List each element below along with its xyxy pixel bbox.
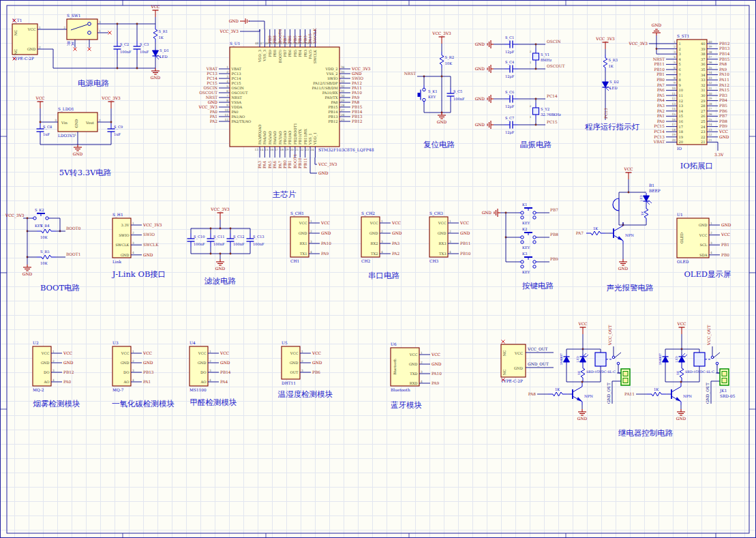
power-flag-VCC_3V3[interactable]: VCC_3V3 <box>210 207 230 220</box>
contact[interactable] <box>716 362 719 365</box>
power-flag-VCC[interactable]: VCC <box>35 96 45 108</box>
dht11-module[interactable]: U5DHT111VCCVCC2GNDGND3OUTPB6 <box>282 341 322 385</box>
relay-terminal-2[interactable] <box>716 369 729 385</box>
cap-c4[interactable]: S_C412pF <box>504 60 518 79</box>
ground-symbol[interactable]: GND <box>475 40 494 48</box>
pin-number: 1 <box>710 222 712 225</box>
relay-coil-1[interactable] <box>595 353 606 366</box>
ic-subtitle: 开关 <box>67 42 75 46</box>
buzzer[interactable] <box>613 198 619 211</box>
power-flag-VCC[interactable]: VCC <box>676 322 686 334</box>
alarm-led[interactable]: LED <box>639 193 652 205</box>
cap-c1[interactable]: S_C112pF <box>504 35 518 55</box>
relay-led-1[interactable]: LED <box>576 353 588 365</box>
cap-c3[interactable]: S_C310uF <box>134 41 149 55</box>
junction <box>110 121 112 123</box>
schematic-canvas[interactable]: S_T1TYPE-C-2PNCNC1VCC2GNDS_SW1开关231VCCS_… <box>0 0 756 538</box>
relay-base-res-1[interactable]: 1K <box>548 387 567 396</box>
alarm-base-res[interactable]: 1K <box>586 226 605 235</box>
ground-symbol[interactable]: GND <box>676 409 686 421</box>
cap-c13[interactable]: S_C13100nF <box>247 233 265 247</box>
ground-symbol[interactable]: GND <box>475 65 494 73</box>
power-switch[interactable]: S_SW1开关231 <box>56 14 108 46</box>
net-label: PA9 <box>321 252 329 256</box>
ground-symbol[interactable]: GND <box>215 259 226 271</box>
cap-c12[interactable]: S_C12100nF <box>227 233 245 247</box>
relay-transistor-1[interactable]: NPN <box>569 383 593 405</box>
flyback-diode-1[interactable]: 1N4007 <box>560 353 570 365</box>
led-d2[interactable]: S_D2LED <box>603 79 619 91</box>
relay-transistor-2[interactable]: NPN <box>667 383 692 405</box>
ic-inner-label: NC <box>502 370 506 376</box>
jlink-ob-header[interactable]: S_H1Link13.3VVCC_3V32SWIOSWIO3SWCLKSWCLK… <box>112 213 162 264</box>
ground-symbol[interactable]: GND <box>482 209 500 217</box>
block-title: 程序运行指示灯 <box>585 122 640 132</box>
wire <box>649 200 652 203</box>
serial-ch3[interactable]: S_CH3CH31VCCVCC2GNDGND3RX3PB114TX3PB10 <box>429 211 471 263</box>
ms1100-module[interactable]: U4MS11001VCCVCC2GNDGND3DOPB144AOPA4 <box>190 341 231 392</box>
resistor-r3[interactable]: S_R31K <box>603 55 618 71</box>
ground-symbol[interactable]: GND <box>437 113 447 124</box>
cap-c5[interactable]: S_C5100nF <box>447 88 466 102</box>
ground-symbol[interactable]: GND <box>577 409 588 421</box>
ic-ref: U2 <box>33 341 39 345</box>
power-flag-VCC[interactable]: VCC <box>150 5 160 17</box>
power-flag-VCC_3V3[interactable]: VCC_3V3 <box>595 37 615 49</box>
led-d1[interactable]: S_D1LED <box>153 48 169 59</box>
ldo-3v3[interactable]: S_LDO1LDO3V3GNDVinVout321 <box>47 107 108 143</box>
relay-base-res-2[interactable]: 1K <box>647 387 666 396</box>
io-expansion-header[interactable]: S_ST1IO11223344NRST55PB1166PB1077PB188PB… <box>653 34 730 151</box>
relay-coil-2[interactable] <box>694 353 705 366</box>
mq2-module[interactable]: U2MQ-21VCCVCC2GNDGND3DOPB124AOPA0 <box>33 341 74 392</box>
ground-symbol[interactable]: GND <box>73 145 83 156</box>
power-flag-VCC[interactable]: VCC <box>577 322 588 334</box>
cap-c2[interactable]: S_C2100nF <box>114 41 132 55</box>
wire <box>577 398 582 402</box>
ground-symbol[interactable]: GND <box>151 68 161 80</box>
power-flag-VCC_3V3[interactable]: VCC_3V3 <box>432 31 451 44</box>
key-k1[interactable]: K1KEY <box>519 203 538 225</box>
ground-symbol[interactable]: GND <box>475 95 494 103</box>
relay-led-2[interactable]: LED <box>675 353 687 365</box>
cap-c9[interactable]: S_C91uF <box>108 123 123 137</box>
power-flag-VCC[interactable]: VCC <box>623 167 633 179</box>
pin-number: 3 <box>674 50 676 54</box>
oled-module[interactable]: U1OLEDOLED1GNDGND2VCCVCC3SCLPB14SDAPB0 <box>677 213 731 264</box>
serial-ch1[interactable]: S_CH1CH11VCCVCC2GNDGND3RX1PA104TX1PA9 <box>290 211 331 263</box>
relay-led-res-1[interactable]: 1K <box>577 365 586 381</box>
usb-power-connector[interactable]: S_T1TYPE-C-2PNCNC1VCC2GND <box>12 18 48 61</box>
resistor-r5[interactable]: S_R510K <box>37 250 56 265</box>
relay-led-res-2[interactable]: 1K <box>676 365 684 381</box>
alarm-transistor[interactable]: NPN <box>609 222 634 244</box>
resistor-r2[interactable]: S_R210K <box>440 52 454 68</box>
cap-c8[interactable]: S_C81uF <box>37 123 52 137</box>
ground-symbol[interactable]: GND <box>618 259 629 271</box>
key-k2[interactable]: K2KEY <box>519 227 538 250</box>
crystal-y2[interactable]: 21S_Y232.768KHz <box>530 103 561 119</box>
cap-c10[interactable]: S_C10100nF <box>187 233 206 247</box>
serial-ch2[interactable]: S_CH2CH21VCCVCC2GNDGND3RX2PA34TX2PA2 <box>361 211 402 263</box>
power-switch-body[interactable] <box>67 19 97 40</box>
ground-symbol[interactable]: GND <box>652 23 662 35</box>
power-flag-VCC_3V3[interactable]: VCC_3V3 <box>101 96 121 108</box>
cap-c11[interactable]: S_C11100nF <box>207 233 226 247</box>
key-k3[interactable]: K3KEY <box>519 252 538 274</box>
cap-c7[interactable]: S_C712pF <box>504 116 518 135</box>
ground-symbol[interactable]: GND <box>475 121 494 129</box>
flyback-diode-2[interactable]: 1N4007 <box>659 353 669 365</box>
pin-number: 48 <box>255 42 259 45</box>
contact[interactable] <box>617 362 620 365</box>
cap-c6[interactable]: S_C612pF <box>504 90 518 109</box>
mq7-module[interactable]: U3MQ-71VCCVCC2GNDGND3DOPB134AOPA1 <box>112 341 154 392</box>
net-label: PC15 <box>547 120 558 124</box>
resistor-r4[interactable]: S_R410K <box>37 224 56 239</box>
alarm-led-res[interactable]: 1K <box>641 205 649 222</box>
diode-ref: S_D2 <box>609 80 619 85</box>
res-value: 1K <box>577 370 581 375</box>
relay-terminal-1[interactable] <box>617 369 630 385</box>
resistor-r1[interactable]: S_R11K <box>153 26 168 42</box>
crystal-y1[interactable]: 21S_Y18MHz <box>530 48 552 65</box>
ground-symbol[interactable]: GND <box>22 265 33 276</box>
reset-key[interactable]: S_K1KEY <box>418 85 438 104</box>
bluetooth-module[interactable]: U6BluetoothBluetooth1VCCVCC2GNDGND3TXDPA… <box>391 342 442 392</box>
